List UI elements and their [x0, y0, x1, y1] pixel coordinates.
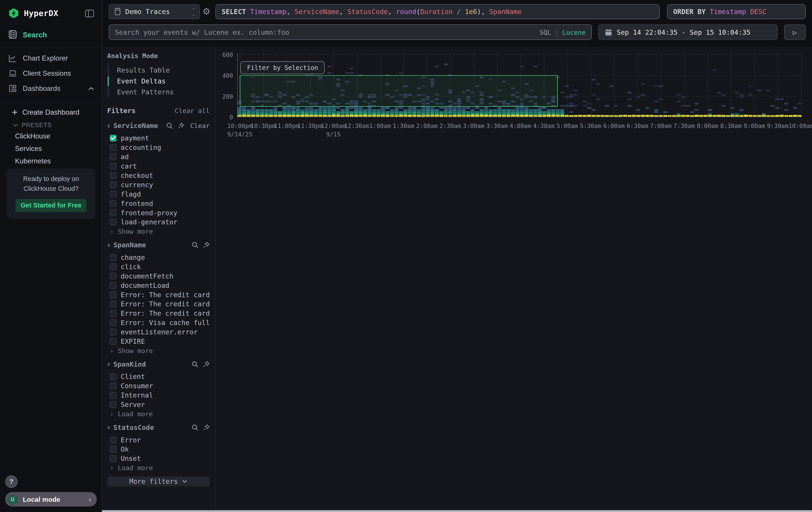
checkbox-unchecked[interactable]	[110, 181, 117, 188]
filter-by-selection-button[interactable]: Filter by Selection	[240, 61, 325, 74]
filter-item[interactable]: documentLoad	[107, 280, 210, 290]
search-icon[interactable]	[192, 241, 198, 248]
filter-item[interactable]: frontend	[107, 198, 210, 208]
pin-icon[interactable]	[203, 360, 210, 367]
analysis-mode-event-patterns[interactable]: Event Patterns	[109, 87, 210, 98]
filter-item[interactable]: Unset	[107, 454, 210, 463]
checkbox-unchecked[interactable]	[110, 162, 117, 169]
help-button[interactable]: ?	[5, 476, 18, 488]
filter-item[interactable]: Error: Visa cache full: …	[107, 318, 210, 327]
filter-item[interactable]: change	[107, 252, 210, 262]
sidebar-item-preset-kubernetes[interactable]: Kubernetes	[0, 155, 102, 167]
pin-icon[interactable]	[178, 122, 184, 129]
filter-item[interactable]: Ok	[107, 444, 210, 454]
checkbox-unchecked[interactable]	[110, 382, 117, 389]
checkbox-unchecked[interactable]	[110, 319, 117, 326]
search-input[interactable]: Search your events w/ Lucene ex. column:…	[109, 24, 592, 40]
filter-item[interactable]: Error: The credit card (…	[107, 290, 210, 299]
collapse-sidebar-icon[interactable]	[85, 9, 94, 17]
source-select[interactable]: Demo Traces ⌃⌄	[109, 4, 200, 19]
create-dashboard-button[interactable]: Create Dashboard	[0, 106, 102, 119]
language-toggle[interactable]: SQL | Lucene	[540, 28, 586, 36]
select-clause-input[interactable]: SELECT Timestamp, ServiceName, StatusCod…	[215, 4, 660, 19]
chevron-down-icon[interactable]: ∨	[107, 424, 110, 430]
search-icon[interactable]	[192, 424, 198, 431]
sidebar-item-chart-explorer[interactable]: Chart Explorer	[0, 51, 102, 66]
filter-item[interactable]: load-generator	[107, 217, 210, 226]
presets-toggle[interactable]: PRESETS	[0, 119, 102, 130]
chevron-down-icon[interactable]: ∨	[107, 123, 110, 129]
filter-item[interactable]: checkout	[107, 170, 210, 180]
filter-item[interactable]: Error: The credit card (…	[107, 299, 210, 308]
sidebar-item-preset-services[interactable]: Services	[0, 142, 102, 155]
get-started-button[interactable]: Get Started for Free	[16, 199, 86, 212]
show-more-link[interactable]: ›Show more	[107, 346, 210, 355]
gear-icon[interactable]: ⚙	[203, 6, 210, 17]
filter-item[interactable]: flagd	[107, 189, 210, 198]
filter-item[interactable]: Error	[107, 435, 210, 444]
checkbox-unchecked[interactable]	[110, 401, 117, 408]
checkbox-unchecked[interactable]	[110, 172, 117, 179]
filter-item[interactable]: cart	[107, 161, 210, 170]
chevron-up-icon[interactable]	[88, 86, 94, 90]
pin-icon[interactable]	[203, 241, 210, 248]
search-icon[interactable]	[166, 122, 173, 129]
checkbox-unchecked[interactable]	[110, 300, 117, 307]
filter-item[interactable]: currency	[107, 180, 210, 189]
filter-item[interactable]: documentFetch	[107, 271, 210, 280]
filter-item[interactable]: click	[107, 262, 210, 271]
checkbox-unchecked[interactable]	[110, 436, 117, 443]
checkbox-unchecked[interactable]	[110, 282, 117, 289]
sidebar-item-preset-clickhouse[interactable]: ClickHouse	[0, 130, 102, 142]
filter-item[interactable]: ad	[107, 152, 210, 161]
run-query-button[interactable]: ▷	[784, 24, 806, 40]
chevron-down-icon[interactable]: ∨	[107, 242, 110, 247]
date-range-picker[interactable]: Sep 14 22:04:35 - Sep 15 10:04:35	[598, 24, 778, 40]
pin-icon[interactable]	[203, 424, 210, 431]
filter-item[interactable]: Consumer	[107, 381, 210, 390]
filter-item[interactable]: frontend-proxy	[107, 208, 210, 217]
clear-filter-link[interactable]: Clear	[190, 122, 210, 129]
checkbox-unchecked[interactable]	[110, 338, 117, 344]
local-mode-menu[interactable]: U Local mode ›	[5, 492, 97, 507]
filter-item[interactable]: Error: The credit card (…	[107, 308, 210, 318]
checkbox-unchecked[interactable]	[110, 219, 117, 225]
filter-item[interactable]: EXPIRE	[107, 336, 210, 346]
more-filters-button[interactable]: More filters	[107, 476, 210, 486]
language-option-sql[interactable]: SQL	[540, 28, 551, 36]
chevron-down-icon[interactable]: ∨	[107, 361, 110, 367]
checkbox-unchecked[interactable]	[110, 446, 117, 452]
chart-selection-rect[interactable]	[240, 75, 558, 107]
sidebar-item-search[interactable]: Search	[0, 24, 102, 47]
checkbox-unchecked[interactable]	[110, 328, 117, 335]
sidebar-item-client-sessions[interactable]: Client Sessions	[0, 66, 102, 81]
show-more-link[interactable]: ›Load more	[107, 409, 210, 419]
checkbox-unchecked[interactable]	[110, 310, 117, 317]
checkbox-checked[interactable]	[110, 134, 117, 141]
filter-item[interactable]: Client	[107, 372, 210, 381]
checkbox-unchecked[interactable]	[110, 392, 117, 399]
show-more-link[interactable]: ›Load more	[107, 463, 210, 473]
checkbox-unchecked[interactable]	[110, 254, 117, 261]
checkbox-unchecked[interactable]	[110, 291, 117, 298]
analysis-mode-results-table[interactable]: Results Table	[109, 65, 210, 76]
checkbox-unchecked[interactable]	[110, 200, 117, 207]
checkbox-unchecked[interactable]	[110, 144, 117, 151]
checkbox-unchecked[interactable]	[110, 153, 117, 160]
filter-item[interactable]: payment	[107, 133, 210, 143]
filter-item[interactable]: eventListener.error	[107, 327, 210, 336]
filter-item[interactable]: accounting	[107, 142, 210, 152]
checkbox-unchecked[interactable]	[110, 455, 117, 462]
checkbox-unchecked[interactable]	[110, 209, 117, 216]
language-option-lucene[interactable]: Lucene	[562, 28, 586, 36]
checkbox-unchecked[interactable]	[110, 263, 117, 270]
order-by-input[interactable]: ORDER BY Timestamp DESC	[667, 4, 806, 19]
filter-item[interactable]: Internal	[107, 390, 210, 400]
sidebar-item-dashboards[interactable]: Dashboards	[0, 81, 102, 96]
filter-item[interactable]: Server	[107, 400, 210, 409]
show-more-link[interactable]: ›Show more	[107, 226, 210, 236]
checkbox-unchecked[interactable]	[110, 191, 117, 197]
search-icon[interactable]	[192, 360, 198, 367]
checkbox-unchecked[interactable]	[110, 373, 117, 380]
checkbox-unchecked[interactable]	[110, 272, 117, 279]
